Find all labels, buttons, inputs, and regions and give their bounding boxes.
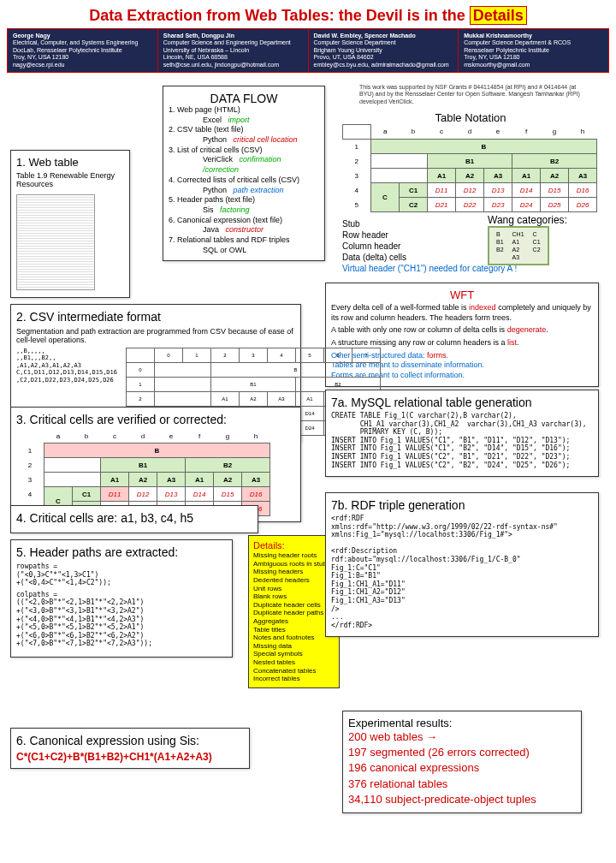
table-notation: Table Notation abcdefgh1B2B1B23A1A2A3A1A… (342, 111, 599, 212)
rdf-box: 7b. RDF triple generation <rdf:RDF xmlns… (325, 492, 599, 637)
wang-categories: Wang categories: BCH1CB1A1C1B2A2C2A3 (488, 214, 567, 265)
page-title: Data Extraction from Web Tables: the Dev… (7, 7, 609, 25)
grant-text: This work was supported by NSF Grants # … (359, 84, 582, 105)
authors-block: George NagyElectrical, Computer, and Sys… (7, 28, 609, 73)
critical-cells-box: 4. Critical cells are: a1, b3, c4, h5 (10, 505, 258, 533)
canonical-box: 6. Canonical expression using Sis: C*(C1… (10, 728, 250, 769)
mysql-box: 7a. MySQL relational table generation CR… (325, 390, 599, 477)
data-flow-box: DATA FLOW 1. Web page (HTML)Excel import… (163, 86, 325, 261)
web-table-box: 1. Web table Table 1.9 Renewable Energy … (10, 150, 130, 298)
results-box: Experimental results: 200 web tables →19… (342, 711, 582, 813)
header-paths-box: 5. Header paths are extracted: rowpaths … (10, 539, 233, 658)
